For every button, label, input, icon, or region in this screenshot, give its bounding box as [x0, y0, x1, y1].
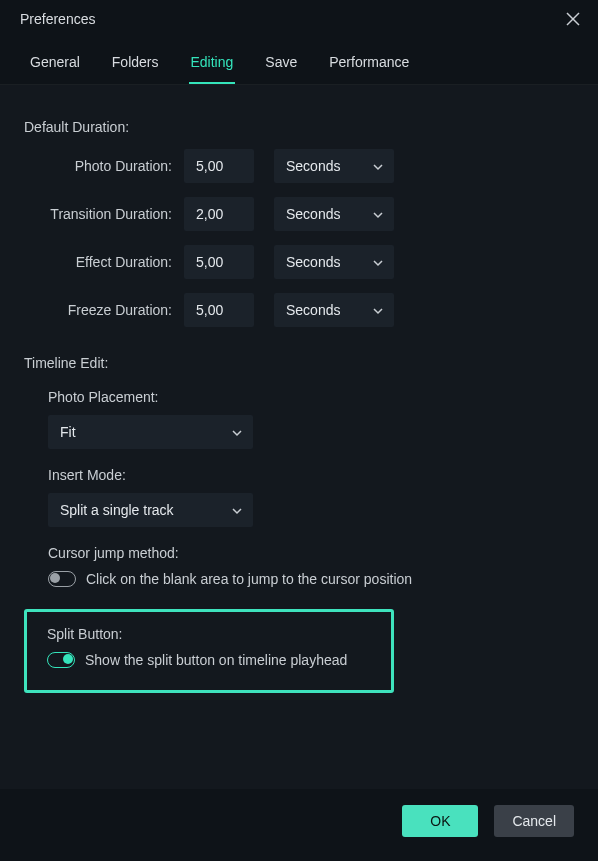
tab-folders[interactable]: Folders: [110, 44, 161, 84]
effect-duration-label: Effect Duration:: [24, 254, 184, 270]
effect-duration-unit-value: Seconds: [286, 254, 340, 270]
transition-duration-input[interactable]: [184, 197, 254, 231]
insert-mode-section: Insert Mode: Split a single track: [48, 467, 574, 527]
split-button-toggle[interactable]: [47, 652, 75, 668]
footer: OK Cancel: [0, 789, 598, 861]
tab-general[interactable]: General: [28, 44, 82, 84]
photo-placement-section: Photo Placement: Fit: [48, 389, 574, 449]
effect-duration-row: Effect Duration: Seconds: [24, 245, 574, 279]
split-button-toggle-row: Show the split button on timeline playhe…: [47, 652, 371, 668]
chevron-down-icon: [372, 158, 384, 174]
split-button-toggle-text: Show the split button on timeline playhe…: [85, 652, 347, 668]
insert-mode-label: Insert Mode:: [48, 467, 574, 483]
split-button-label: Split Button:: [47, 626, 371, 642]
preferences-window: Preferences General Folders Editing Save…: [0, 0, 598, 861]
cursor-jump-toggle-text: Click on the blank area to jump to the c…: [86, 571, 412, 587]
freeze-duration-input[interactable]: [184, 293, 254, 327]
photo-duration-unit-value: Seconds: [286, 158, 340, 174]
timeline-edit-heading: Timeline Edit:: [24, 355, 574, 371]
chevron-down-icon: [231, 502, 243, 518]
close-icon[interactable]: [564, 10, 582, 28]
tab-editing[interactable]: Editing: [189, 44, 236, 84]
freeze-duration-label: Freeze Duration:: [24, 302, 184, 318]
cursor-jump-toggle[interactable]: [48, 571, 76, 587]
photo-placement-value: Fit: [60, 424, 76, 440]
chevron-down-icon: [372, 206, 384, 222]
photo-duration-label: Photo Duration:: [24, 158, 184, 174]
photo-placement-label: Photo Placement:: [48, 389, 574, 405]
transition-duration-row: Transition Duration: Seconds: [24, 197, 574, 231]
transition-duration-unit-select[interactable]: Seconds: [274, 197, 394, 231]
insert-mode-select[interactable]: Split a single track: [48, 493, 253, 527]
effect-duration-input[interactable]: [184, 245, 254, 279]
chevron-down-icon: [372, 302, 384, 318]
freeze-duration-unit-select[interactable]: Seconds: [274, 293, 394, 327]
freeze-duration-unit-value: Seconds: [286, 302, 340, 318]
tab-save[interactable]: Save: [263, 44, 299, 84]
tab-performance[interactable]: Performance: [327, 44, 411, 84]
ok-button[interactable]: OK: [402, 805, 478, 837]
cancel-button[interactable]: Cancel: [494, 805, 574, 837]
cursor-jump-toggle-row: Click on the blank area to jump to the c…: [48, 571, 574, 587]
titlebar: Preferences: [0, 0, 598, 38]
tabs-bar: General Folders Editing Save Performance: [0, 38, 598, 85]
chevron-down-icon: [231, 424, 243, 440]
chevron-down-icon: [372, 254, 384, 270]
freeze-duration-row: Freeze Duration: Seconds: [24, 293, 574, 327]
photo-duration-row: Photo Duration: Seconds: [24, 149, 574, 183]
transition-duration-unit-value: Seconds: [286, 206, 340, 222]
photo-placement-select[interactable]: Fit: [48, 415, 253, 449]
window-title: Preferences: [20, 11, 95, 27]
split-button-highlight: Split Button: Show the split button on t…: [24, 609, 394, 693]
content-area: Default Duration: Photo Duration: Second…: [0, 85, 598, 789]
transition-duration-label: Transition Duration:: [24, 206, 184, 222]
cursor-jump-section: Cursor jump method: Click on the blank a…: [48, 545, 574, 587]
cursor-jump-label: Cursor jump method:: [48, 545, 574, 561]
photo-duration-input[interactable]: [184, 149, 254, 183]
insert-mode-value: Split a single track: [60, 502, 174, 518]
default-duration-heading: Default Duration:: [24, 119, 574, 135]
photo-duration-unit-select[interactable]: Seconds: [274, 149, 394, 183]
effect-duration-unit-select[interactable]: Seconds: [274, 245, 394, 279]
